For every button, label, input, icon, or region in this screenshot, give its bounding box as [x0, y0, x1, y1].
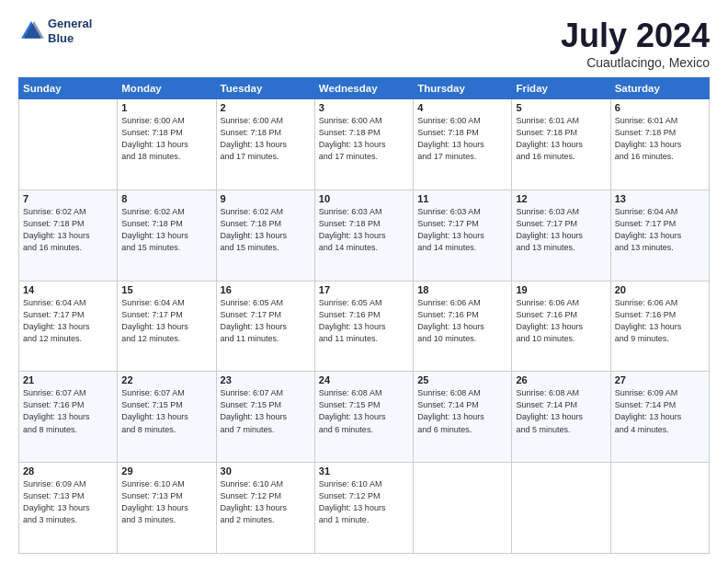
day-number: 12 [516, 193, 606, 204]
day-number: 16 [221, 284, 311, 295]
day-number: 14 [23, 284, 113, 295]
day-info: Sunrise: 6:01 AM Sunset: 7:18 PM Dayligh… [615, 115, 705, 163]
day-info: Sunrise: 6:06 AM Sunset: 7:16 PM Dayligh… [417, 297, 507, 345]
day-number: 4 [417, 102, 507, 113]
day-number: 7 [23, 193, 113, 204]
logo: General Blue [18, 17, 92, 45]
calendar-cell: 9Sunrise: 6:02 AM Sunset: 7:18 PM Daylig… [216, 190, 314, 281]
calendar-cell: 14Sunrise: 6:04 AM Sunset: 7:17 PM Dayli… [19, 281, 118, 372]
main-title: July 2024 [561, 17, 710, 55]
calendar-cell: 6Sunrise: 6:01 AM Sunset: 7:18 PM Daylig… [610, 99, 709, 190]
calendar-cell: 8Sunrise: 6:02 AM Sunset: 7:18 PM Daylig… [118, 190, 216, 281]
day-number: 27 [615, 374, 705, 385]
day-number: 23 [221, 374, 311, 385]
day-number: 20 [615, 284, 705, 295]
weekday-header-saturday: Saturday [610, 78, 709, 99]
calendar-cell: 7Sunrise: 6:02 AM Sunset: 7:18 PM Daylig… [19, 190, 118, 281]
calendar-cell: 18Sunrise: 6:06 AM Sunset: 7:16 PM Dayli… [414, 281, 512, 372]
calendar-cell: 21Sunrise: 6:07 AM Sunset: 7:16 PM Dayli… [19, 372, 118, 463]
day-info: Sunrise: 6:09 AM Sunset: 7:13 PM Dayligh… [23, 478, 113, 526]
day-number: 22 [121, 374, 211, 385]
calendar-cell: 23Sunrise: 6:07 AM Sunset: 7:15 PM Dayli… [216, 372, 314, 463]
week-row-1: 1Sunrise: 6:00 AM Sunset: 7:18 PM Daylig… [19, 99, 710, 190]
day-info: Sunrise: 6:02 AM Sunset: 7:18 PM Dayligh… [221, 206, 311, 254]
logo-line1: General [48, 17, 92, 31]
calendar-cell: 31Sunrise: 6:10 AM Sunset: 7:12 PM Dayli… [314, 463, 413, 554]
day-number: 8 [121, 193, 211, 204]
page: General Blue July 2024 Cuautlacingo, Mex… [0, 0, 728, 563]
day-number: 15 [121, 284, 211, 295]
header: General Blue July 2024 Cuautlacingo, Mex… [18, 17, 710, 70]
calendar-cell: 26Sunrise: 6:08 AM Sunset: 7:14 PM Dayli… [512, 372, 610, 463]
calendar-cell [512, 463, 610, 554]
calendar-cell: 17Sunrise: 6:05 AM Sunset: 7:16 PM Dayli… [314, 281, 413, 372]
day-info: Sunrise: 6:06 AM Sunset: 7:16 PM Dayligh… [615, 297, 705, 345]
day-info: Sunrise: 6:05 AM Sunset: 7:16 PM Dayligh… [319, 297, 409, 345]
day-number: 17 [319, 284, 409, 295]
calendar-cell: 24Sunrise: 6:08 AM Sunset: 7:15 PM Dayli… [314, 372, 413, 463]
calendar-cell: 5Sunrise: 6:01 AM Sunset: 7:18 PM Daylig… [512, 99, 610, 190]
day-number: 5 [516, 102, 606, 113]
calendar-cell: 13Sunrise: 6:04 AM Sunset: 7:17 PM Dayli… [610, 190, 709, 281]
calendar-cell: 25Sunrise: 6:08 AM Sunset: 7:14 PM Dayli… [414, 372, 512, 463]
day-info: Sunrise: 6:00 AM Sunset: 7:18 PM Dayligh… [319, 115, 409, 163]
day-number: 19 [516, 284, 606, 295]
weekday-header-monday: Monday [118, 78, 216, 99]
calendar-cell: 1Sunrise: 6:00 AM Sunset: 7:18 PM Daylig… [118, 99, 216, 190]
week-row-4: 21Sunrise: 6:07 AM Sunset: 7:16 PM Dayli… [19, 372, 710, 463]
day-info: Sunrise: 6:08 AM Sunset: 7:15 PM Dayligh… [319, 387, 409, 435]
day-info: Sunrise: 6:10 AM Sunset: 7:13 PM Dayligh… [121, 478, 211, 526]
day-info: Sunrise: 6:04 AM Sunset: 7:17 PM Dayligh… [23, 297, 113, 345]
calendar-cell: 22Sunrise: 6:07 AM Sunset: 7:15 PM Dayli… [118, 372, 216, 463]
day-info: Sunrise: 6:04 AM Sunset: 7:17 PM Dayligh… [615, 206, 705, 254]
calendar-cell: 12Sunrise: 6:03 AM Sunset: 7:17 PM Dayli… [512, 190, 610, 281]
day-number: 30 [221, 465, 311, 477]
day-number: 29 [121, 465, 211, 477]
weekday-header-friday: Friday [512, 78, 610, 99]
day-number: 11 [417, 193, 507, 204]
weekday-header-sunday: Sunday [19, 78, 118, 99]
day-number: 9 [221, 193, 311, 204]
day-info: Sunrise: 6:09 AM Sunset: 7:14 PM Dayligh… [615, 387, 705, 435]
day-info: Sunrise: 6:02 AM Sunset: 7:18 PM Dayligh… [23, 206, 113, 254]
day-info: Sunrise: 6:07 AM Sunset: 7:16 PM Dayligh… [23, 387, 113, 435]
day-info: Sunrise: 6:08 AM Sunset: 7:14 PM Dayligh… [417, 387, 507, 435]
day-number: 21 [23, 374, 113, 385]
day-info: Sunrise: 6:03 AM Sunset: 7:17 PM Dayligh… [516, 206, 606, 254]
logo-line2: Blue [48, 31, 92, 46]
day-info: Sunrise: 6:03 AM Sunset: 7:18 PM Dayligh… [319, 206, 409, 254]
subtitle: Cuautlacingo, Mexico [561, 55, 710, 70]
day-number: 1 [121, 102, 211, 113]
weekday-header-wednesday: Wednesday [314, 78, 413, 99]
weekday-header-row: SundayMondayTuesdayWednesdayThursdayFrid… [19, 78, 710, 99]
calendar-cell [19, 99, 118, 190]
calendar-cell: 3Sunrise: 6:00 AM Sunset: 7:18 PM Daylig… [314, 99, 413, 190]
day-number: 10 [319, 193, 409, 204]
day-info: Sunrise: 6:00 AM Sunset: 7:18 PM Dayligh… [417, 115, 507, 163]
day-number: 6 [615, 102, 705, 113]
calendar-cell [610, 463, 709, 554]
logo-text: General Blue [48, 17, 92, 45]
week-row-3: 14Sunrise: 6:04 AM Sunset: 7:17 PM Dayli… [19, 281, 710, 372]
day-number: 28 [23, 465, 113, 477]
calendar-cell: 16Sunrise: 6:05 AM Sunset: 7:17 PM Dayli… [216, 281, 314, 372]
calendar-cell: 30Sunrise: 6:10 AM Sunset: 7:12 PM Dayli… [216, 463, 314, 554]
title-block: July 2024 Cuautlacingo, Mexico [561, 17, 710, 70]
calendar-table: SundayMondayTuesdayWednesdayThursdayFrid… [18, 77, 710, 554]
calendar-cell: 4Sunrise: 6:00 AM Sunset: 7:18 PM Daylig… [414, 99, 512, 190]
calendar-cell: 28Sunrise: 6:09 AM Sunset: 7:13 PM Dayli… [19, 463, 118, 554]
day-number: 31 [319, 465, 409, 477]
day-info: Sunrise: 6:03 AM Sunset: 7:17 PM Dayligh… [417, 206, 507, 254]
day-info: Sunrise: 6:04 AM Sunset: 7:17 PM Dayligh… [121, 297, 211, 345]
week-row-2: 7Sunrise: 6:02 AM Sunset: 7:18 PM Daylig… [19, 190, 710, 281]
calendar-cell: 11Sunrise: 6:03 AM Sunset: 7:17 PM Dayli… [414, 190, 512, 281]
calendar-cell [414, 463, 512, 554]
calendar-cell: 27Sunrise: 6:09 AM Sunset: 7:14 PM Dayli… [610, 372, 709, 463]
weekday-header-thursday: Thursday [414, 78, 512, 99]
day-number: 3 [319, 102, 409, 113]
day-info: Sunrise: 6:08 AM Sunset: 7:14 PM Dayligh… [516, 387, 606, 435]
day-number: 2 [221, 102, 311, 113]
weekday-header-tuesday: Tuesday [216, 78, 314, 99]
logo-icon [18, 18, 44, 44]
day-number: 24 [319, 374, 409, 385]
